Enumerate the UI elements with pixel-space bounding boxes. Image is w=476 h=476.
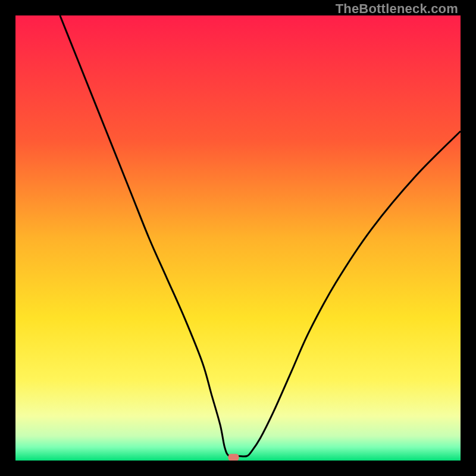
watermark-text: TheBottleneck.com	[336, 1, 458, 17]
minimum-marker-icon	[228, 454, 239, 461]
gradient-background	[15, 15, 461, 461]
bottleneck-chart	[15, 15, 461, 461]
chart-frame: TheBottleneck.com	[0, 0, 476, 476]
plot-area	[15, 15, 461, 461]
